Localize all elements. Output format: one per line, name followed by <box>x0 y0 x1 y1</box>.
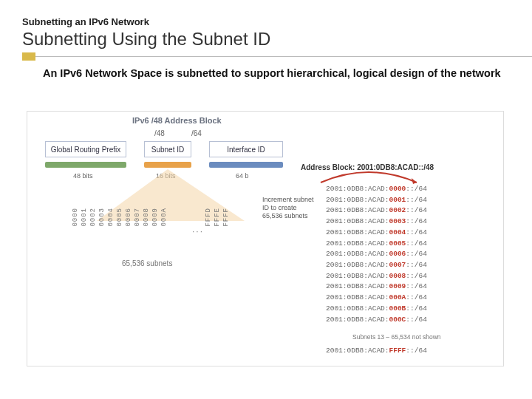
hex-id: 0006 <box>125 208 132 227</box>
address-row: 2001:0DB8:ACAD:0008::/64 <box>326 271 427 282</box>
page-title: Subnetting Using the Subnet ID <box>22 29 532 50</box>
hex-id: FFFE <box>214 208 221 227</box>
increment-text: Increment subnet ID to create 65,536 sub… <box>262 196 316 219</box>
body-text: An IPv6 Network Space is subnetted to su… <box>43 66 510 80</box>
hex-id: 0009 <box>151 208 159 227</box>
last-address: 2001:0DB8:ACAD:FFFF::/64 <box>326 347 427 355</box>
hex-id: 0000 <box>72 208 79 227</box>
hex-id: 0003 <box>98 208 106 227</box>
bar-64bits <box>209 162 283 168</box>
hex-id: 0007 <box>134 208 141 227</box>
hex-id: FFFF <box>222 208 230 227</box>
interface-id-box: Interface ID <box>209 141 283 157</box>
hex-id: 0008 <box>143 208 150 227</box>
bar-48bits <box>45 162 126 168</box>
subnet-id-box: Subnet ID <box>144 141 191 157</box>
hex-id: 0004 <box>107 208 115 227</box>
last-subnet-id: FFFF <box>389 347 406 355</box>
address-row: 2001:0DB8:ACAD:0004::/64 <box>326 228 427 239</box>
hex-id: 0002 <box>89 208 97 227</box>
hex-id: 0005 <box>116 208 123 227</box>
address-row: 2001:0DB8:ACAD:0007::/64 <box>326 260 427 271</box>
address-row: 2001:0DB8:ACAD:0006::/64 <box>326 249 427 260</box>
address-row: 2001:0DB8:ACAD:0005::/64 <box>326 239 427 250</box>
address-row: 2001:0DB8:ACAD:000B::/64 <box>326 304 427 315</box>
ipv6-diagram: IPv6 /48 Address Block /48 /64 Global Ro… <box>27 111 504 366</box>
addr-prefix: 2001:0DB8:ACAD: <box>326 347 389 355</box>
address-row: 2001:0DB8:ACAD:0003::/64 <box>326 216 427 228</box>
bar-16bits <box>144 162 191 168</box>
bits-48: 48 bits <box>73 172 93 180</box>
hex-id: 000A <box>160 208 168 227</box>
address-row: 2001:0DB8:ACAD:0001::/64 <box>326 195 427 206</box>
address-row: 2001:0DB8:ACAD:000C::/64 <box>326 315 427 326</box>
address-row: 2001:0DB8:ACAD:0009::/64 <box>326 282 427 293</box>
global-routing-prefix-box: Global Routing Prefix <box>45 141 126 157</box>
accent-gold <box>22 52 35 61</box>
address-row: 2001:0DB8:ACAD:0000::/64 <box>326 184 427 195</box>
addr-cidr: ::/64 <box>406 347 427 355</box>
diagram-heading: IPv6 /48 Address Block <box>132 116 222 125</box>
svg-marker-1 <box>412 178 417 184</box>
subnets-count: 65,536 subnets <box>122 259 172 267</box>
hex-ellipsis: ··· <box>192 226 204 236</box>
hex-id-tail: FFFDFFFEFFFF <box>205 208 230 227</box>
prefix-64: /64 <box>191 129 202 137</box>
accent-bar <box>22 52 532 61</box>
address-list: 2001:0DB8:ACAD:0000::/642001:0DB8:ACAD:0… <box>326 184 427 325</box>
address-row: 2001:0DB8:ACAD:000A::/64 <box>326 293 427 304</box>
hex-id-list: 0000000100020003000400050006000700080009… <box>72 208 168 227</box>
supertitle: Subnetting an IPv6 Network <box>22 16 532 27</box>
address-row: 2001:0DB8:ACAD:0002::/64 <box>326 205 427 216</box>
gap-note: Subnets 13 – 65,534 not shown <box>352 333 441 341</box>
hex-id: FFFD <box>205 208 212 227</box>
hex-id: 0001 <box>81 208 88 227</box>
fan-lines <box>97 169 245 243</box>
red-arc <box>317 169 420 185</box>
prefix-48: /48 <box>154 129 165 137</box>
accent-line <box>35 56 532 61</box>
